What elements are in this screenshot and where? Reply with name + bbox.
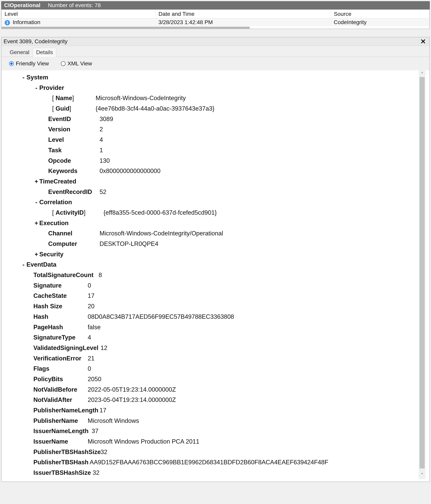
val-computer: DESKTOP-LR0QPE4: [99, 239, 158, 249]
close-icon[interactable]: ✕: [419, 38, 427, 45]
toggle-provider[interactable]: -: [33, 83, 39, 93]
table-row[interactable]: Information 3/28/2023 1:42:48 PM CodeInt…: [2, 18, 430, 27]
val-eventid: 3089: [99, 114, 113, 125]
ed-val: 17: [99, 405, 106, 416]
toggle-execution[interactable]: +: [33, 218, 39, 228]
val-keywords: 0x8000000000000000: [99, 166, 161, 176]
ed-key: PolicyBits: [33, 374, 88, 385]
col-level[interactable]: Level: [2, 10, 156, 18]
ed-val: 2023-05-04T19:23:14.0000000Z: [88, 395, 176, 405]
ed-key: NotValidAfter: [33, 395, 88, 405]
svg-rect-2: [7, 21, 8, 22]
val-channel: Microsoft-Windows-CodeIntegrity/Operatio…: [99, 228, 223, 239]
node-eventdata[interactable]: EventData: [27, 260, 56, 270]
ed-key: Flags: [33, 364, 88, 374]
val-version: 2: [99, 124, 103, 135]
ed-key: TotalSignatureCount: [33, 270, 99, 280]
ed-val: 08D0A8C34B717AED56F99EC57B49788EC3363808: [88, 312, 234, 322]
window-title: CIOperational: [4, 2, 40, 8]
node-execution[interactable]: Execution: [39, 218, 69, 228]
key-eventid: EventID: [48, 114, 99, 125]
key-task: Task: [48, 145, 99, 156]
ed-key: PublisherNameLength: [33, 405, 99, 416]
window-header: CIOperational Number of events: 78: [1, 1, 430, 9]
node-security[interactable]: Security: [39, 249, 63, 260]
ed-val: 4E80BE107C860DE896384B3EFF50504DC2D76AC7…: [88, 478, 320, 479]
val-level: 4: [99, 135, 103, 145]
radio-dot-icon: [9, 61, 14, 66]
row-datetime: 3/28/2023 1:42:48 PM: [156, 18, 331, 27]
ed-val: 32: [100, 447, 107, 457]
ed-val: 32: [93, 468, 99, 478]
ed-key: PublisherName: [33, 416, 88, 426]
ed-key: CacheState: [33, 291, 88, 301]
key-version: Version: [48, 124, 99, 135]
radio-friendly-view[interactable]: Friendly View: [9, 60, 49, 67]
col-datetime[interactable]: Date and Time: [156, 10, 331, 18]
radio-dot-icon: [61, 61, 66, 66]
ed-key: VerificationError: [33, 353, 88, 364]
svg-rect-1: [7, 22, 8, 24]
details-header: Event 3089, CodeIntegrity ✕: [1, 37, 430, 46]
details-pane: Event 3089, CodeIntegrity ✕ General Deta…: [1, 37, 430, 482]
toggle-security[interactable]: +: [33, 249, 39, 260]
ed-val: false: [88, 322, 100, 333]
events-header-row: Level Date and Time Source: [2, 10, 430, 18]
key-channel: Channel: [48, 228, 99, 239]
ed-val: 4: [88, 332, 91, 343]
node-provider[interactable]: Provider: [39, 83, 64, 93]
attr-activityid-val: {eff8a355-5ced-0000-637d-fcefed5cd901}: [104, 207, 217, 218]
scroll-down-icon[interactable]: ˅: [421, 472, 423, 478]
radio-friendly-label: Friendly View: [16, 60, 49, 67]
toggle-timecreated[interactable]: +: [33, 176, 39, 187]
details-title: Event 3089, CodeIntegrity: [4, 38, 68, 45]
key-keywords: Keywords: [48, 166, 99, 176]
toggle-correlation[interactable]: -: [33, 197, 39, 207]
vscroll-thumb[interactable]: [420, 77, 425, 468]
tab-row: General Details: [1, 46, 430, 57]
val-opcode: 130: [99, 156, 110, 166]
attr-guid-key: Guid: [55, 105, 70, 112]
tab-general[interactable]: General: [6, 48, 33, 57]
node-correlation[interactable]: Correlation: [39, 197, 72, 207]
col-source[interactable]: Source: [331, 10, 430, 18]
row-source: CodeIntegrity: [331, 18, 430, 27]
row-level: Information: [13, 19, 40, 25]
key-computer: Computer: [48, 239, 99, 249]
ed-val: 21: [88, 353, 94, 364]
node-system[interactable]: System: [27, 72, 48, 83]
ed-val: 37: [92, 426, 98, 436]
ed-val: 8: [99, 270, 102, 280]
event-xml-tree: - System - Provider [ Name] Microsoft-Wi…: [6, 70, 425, 479]
tab-details[interactable]: Details: [33, 48, 56, 57]
ed-key: SignatureType: [33, 332, 88, 343]
ed-val: 20: [88, 301, 94, 312]
ed-val: 17: [88, 291, 94, 301]
radio-xml-label: XML View: [68, 60, 92, 67]
ed-key: PublisherTBSHashSize: [33, 447, 100, 457]
attr-activityid-key: ActivityID: [55, 209, 84, 216]
node-timecreated[interactable]: TimeCreated: [39, 176, 76, 187]
tree-vscrollbar[interactable]: ˄ ˅: [419, 70, 425, 479]
vscroll-track[interactable]: [419, 77, 425, 472]
attr-guid-val: {4ee76bd8-3cf4-44a0-a0ac-3937643e37a3}: [96, 103, 215, 114]
toggle-eventdata[interactable]: -: [20, 260, 27, 270]
hscroll-thumb[interactable]: [1, 27, 250, 29]
ed-key: IssuerTBSHashSize: [33, 468, 93, 478]
ed-key: Hash Size: [33, 301, 88, 312]
attr-name-val: Microsoft-Windows-CodeIntegrity: [96, 93, 186, 103]
ed-key: ValidatedSigningLevel: [33, 343, 100, 353]
ed-val: AA9D152FBAAA6763BCC969BB1E9962D68341BDFD…: [90, 457, 328, 468]
ed-key: NotValidBefore: [33, 385, 88, 395]
radio-xml-view[interactable]: XML View: [61, 60, 92, 67]
ed-val: Microsoft Windows: [88, 416, 139, 426]
ed-key: Signature: [33, 280, 88, 291]
ed-key: IssuerNameLength: [33, 426, 92, 436]
key-level: Level: [48, 135, 99, 145]
ed-val: 2050: [88, 374, 101, 385]
events-hscrollbar[interactable]: [1, 27, 430, 29]
toggle-system[interactable]: -: [20, 72, 27, 83]
scroll-up-icon[interactable]: ˄: [421, 72, 423, 77]
viewmode-row: Friendly View XML View: [1, 57, 430, 70]
ed-val: 0: [88, 280, 91, 291]
